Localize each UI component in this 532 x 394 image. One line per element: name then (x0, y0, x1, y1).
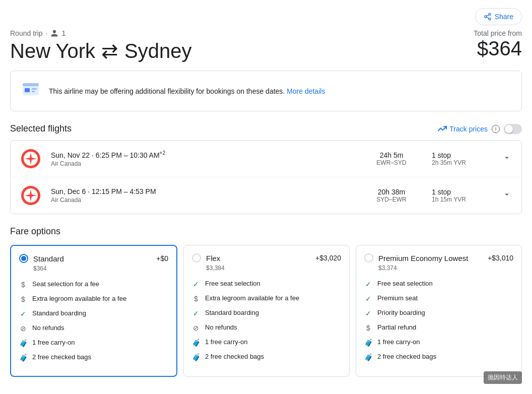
svg-rect-7 (25, 88, 30, 92)
selected-flights-header: Selected flights Track prices i (10, 123, 522, 134)
no-refund-icon: ⊘ (19, 324, 27, 333)
fare-radio-standard[interactable] (19, 254, 28, 263)
flight-row[interactable]: Sun, Dec 6 · 12:15 PM – 4:53 PM Air Cana… (11, 177, 521, 214)
track-prices-info-icon[interactable]: i (492, 125, 500, 133)
share-label: Share (495, 13, 513, 21)
fare-price-diff-flex: +$3,020 (315, 254, 341, 262)
fare-feature: $ Seat selection for a fee (19, 280, 168, 289)
check-icon: ✓ (364, 280, 372, 288)
svg-point-2 (489, 18, 491, 20)
check-icon: ✓ (364, 309, 372, 317)
fare-feature: $ Partial refund (364, 323, 513, 332)
route-header: Round trip · 1 New York ⇄ Sydney Total p… (10, 29, 522, 62)
toggle-thumb (505, 125, 513, 133)
share-button[interactable]: Share (475, 8, 522, 25)
dollar-icon: $ (19, 295, 27, 303)
stops-detail: 2h 35m YVR (432, 159, 492, 166)
fare-card-flex[interactable]: Flex +$3,020 $3,384 ✓ Free seat selectio… (183, 245, 350, 377)
share-icon (484, 13, 492, 21)
fare-feature: 🧳 1 free carry-on (19, 339, 168, 347)
flight-datetime: Sun, Nov 22 · 6:25 PM – 10:30 AM+2 (51, 150, 351, 159)
fare-feature: 🧳 2 free checked bags (192, 353, 341, 361)
dollar-icon: $ (192, 295, 200, 303)
route-code: SYD–EWR (361, 196, 422, 203)
fare-feature: ✓ Premium seat (364, 294, 513, 303)
route-arrow: ⇄ (101, 39, 118, 62)
duration-time: 20h 38m (361, 188, 422, 196)
fare-name-standard: Standard (33, 254, 64, 263)
fare-feature: ⊘ No refunds (19, 324, 168, 333)
price-label: Total price from (474, 29, 522, 37)
svg-line-4 (486, 15, 489, 16)
fare-total-standard: $364 (33, 265, 168, 272)
airline-name: Air Canada (51, 160, 351, 167)
bag-icon: 🧳 (364, 339, 372, 347)
fare-feature: ✓ Standard boarding (192, 309, 341, 317)
flight-info: Sun, Dec 6 · 12:15 PM – 4:53 PM Air Cana… (51, 187, 351, 204)
check-icon: ✓ (364, 295, 372, 303)
track-prices-toggle[interactable] (504, 124, 522, 134)
fare-card-standard[interactable]: Standard +$0 $364 $ Seat selection for a… (10, 245, 177, 377)
fare-feature: ✓ Standard boarding (19, 309, 168, 318)
selected-flights-title: Selected flights (10, 123, 72, 134)
stops-detail: 1h 15m YVR (432, 196, 492, 203)
fare-name-premium: Premium Economy Lowest (378, 254, 468, 262)
svg-point-1 (485, 16, 487, 18)
flight-datetime: Sun, Dec 6 · 12:15 PM – 4:53 PM (51, 187, 351, 195)
svg-rect-8 (32, 88, 37, 90)
svg-rect-9 (32, 91, 35, 92)
total-price: $364 (474, 37, 522, 60)
flight-duration: 24h 5m EWR–SYD (361, 151, 422, 166)
flight-stops: 1 stop 1h 15m YVR (432, 188, 492, 203)
fare-card-premium[interactable]: Premium Economy Lowest +$3,010 $3,374 ✓ … (356, 245, 522, 377)
trip-subtitle: Round trip · 1 (10, 29, 191, 37)
bag-icon: 🧳 (364, 353, 372, 361)
stops-count: 1 stop (432, 151, 492, 159)
check-icon: ✓ (192, 280, 200, 288)
fare-feature: $ Extra legroom available for a fee (19, 295, 168, 303)
trending-icon (437, 125, 447, 133)
fare-radio-flex[interactable] (192, 253, 201, 262)
info-text: This airline may be offering additional … (49, 87, 325, 95)
info-banner: This airline may be offering additional … (10, 71, 522, 111)
fare-cards: Standard +$0 $364 $ Seat selection for a… (10, 245, 522, 377)
expand-icon[interactable] (502, 153, 511, 165)
duration-time: 24h 5m (361, 151, 422, 159)
fare-feature: 🧳 1 free carry-on (192, 338, 341, 347)
flights-container: Sun, Nov 22 · 6:25 PM – 10:30 AM+2 Air C… (10, 140, 522, 214)
fare-feature: 🧳 2 free checked bags (19, 353, 168, 362)
fare-price-diff-premium: +$3,010 (488, 254, 513, 262)
svg-line-3 (486, 17, 489, 19)
route-title: New York ⇄ Sydney (10, 39, 191, 62)
day-offset: +2 (160, 150, 165, 156)
bag-icon: 🧳 (19, 354, 27, 362)
flexibility-icon (21, 79, 41, 103)
expand-icon[interactable] (502, 190, 511, 202)
fare-feature: ✓ Priority boarding (364, 309, 513, 317)
bag-icon: 🧳 (192, 353, 200, 361)
bag-icon: 🧳 (19, 339, 27, 347)
fare-feature: ✓ Free seat selection (364, 280, 513, 288)
fare-options-title: Fare options (10, 226, 522, 237)
destination: Sydney (124, 40, 191, 62)
flight-row[interactable]: Sun, Nov 22 · 6:25 PM – 10:30 AM+2 Air C… (11, 141, 521, 177)
airline-logo (21, 185, 41, 206)
dollar-icon: $ (364, 324, 372, 332)
airline-logo (21, 149, 41, 169)
bag-icon: 🧳 (192, 339, 200, 347)
airline-name: Air Canada (51, 196, 351, 204)
more-details-link[interactable]: More details (287, 87, 325, 95)
flight-duration: 20h 38m SYD–EWR (361, 188, 422, 203)
fare-feature: 🧳 2 free checked bags (364, 353, 513, 361)
passengers-count: 1 (61, 29, 65, 37)
origin: New York (10, 40, 95, 62)
track-prices-link[interactable]: Track prices (437, 125, 488, 133)
fare-feature: $ Extra legroom available for a fee (192, 294, 341, 303)
svg-point-0 (489, 13, 491, 15)
trip-type: Round trip (10, 29, 43, 37)
fare-feature: ✓ Free seat selection (192, 280, 341, 288)
fare-radio-premium[interactable] (364, 253, 373, 262)
flight-stops: 1 stop 2h 35m YVR (432, 151, 492, 166)
dollar-icon: $ (19, 281, 27, 289)
svg-rect-6 (23, 83, 39, 86)
